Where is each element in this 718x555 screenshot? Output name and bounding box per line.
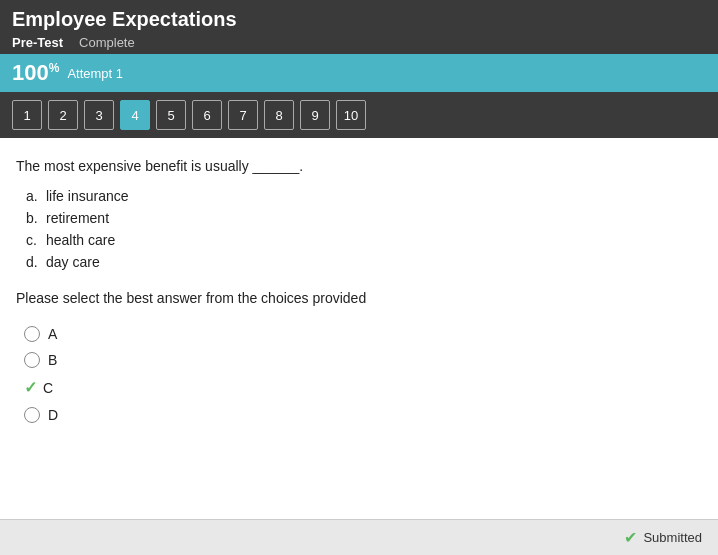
radio-circle — [24, 407, 40, 423]
answer-option-c[interactable]: ✓C — [24, 378, 702, 397]
answer-option-b[interactable]: B — [24, 352, 702, 368]
complete-label: Complete — [79, 35, 135, 50]
option-label: A — [48, 326, 57, 342]
radio-circle — [24, 326, 40, 342]
attempt-label: Attempt 1 — [67, 66, 123, 81]
option-label: D — [48, 407, 58, 423]
header: Employee Expectations Pre-Test Complete — [0, 0, 718, 54]
list-item: d.day care — [26, 254, 702, 270]
question-nav: 12345678910 — [0, 92, 718, 138]
page-title: Employee Expectations — [12, 8, 706, 31]
footer: ✔ Submitted — [0, 519, 718, 555]
nav-button-3[interactable]: 3 — [84, 100, 114, 130]
nav-button-5[interactable]: 5 — [156, 100, 186, 130]
question-text: The most expensive benefit is usually __… — [16, 158, 702, 174]
check-icon: ✓ — [24, 378, 37, 397]
submitted-icon: ✔ — [624, 528, 637, 547]
nav-button-9[interactable]: 9 — [300, 100, 330, 130]
nav-button-8[interactable]: 8 — [264, 100, 294, 130]
submitted-text: Submitted — [643, 530, 702, 545]
progress-percent: 100% — [12, 60, 59, 86]
progress-bar: 100% Attempt 1 — [0, 54, 718, 92]
list-item: a.life insurance — [26, 188, 702, 204]
choices-list: a.life insuranceb.retirementc.health car… — [26, 188, 702, 270]
list-item: c.health care — [26, 232, 702, 248]
nav-button-6[interactable]: 6 — [192, 100, 222, 130]
option-label: B — [48, 352, 57, 368]
answer-option-d[interactable]: D — [24, 407, 702, 423]
radio-circle — [24, 352, 40, 368]
list-item: b.retirement — [26, 210, 702, 226]
instruction-text: Please select the best answer from the c… — [16, 290, 702, 306]
nav-button-1[interactable]: 1 — [12, 100, 42, 130]
main-content: The most expensive benefit is usually __… — [0, 138, 718, 528]
answer-options: AB✓CD — [24, 326, 702, 423]
option-label: C — [43, 380, 53, 396]
nav-button-2[interactable]: 2 — [48, 100, 78, 130]
header-meta: Pre-Test Complete — [12, 35, 706, 50]
pretest-label: Pre-Test — [12, 35, 63, 50]
nav-button-4[interactable]: 4 — [120, 100, 150, 130]
answer-option-a[interactable]: A — [24, 326, 702, 342]
nav-button-10[interactable]: 10 — [336, 100, 366, 130]
nav-button-7[interactable]: 7 — [228, 100, 258, 130]
